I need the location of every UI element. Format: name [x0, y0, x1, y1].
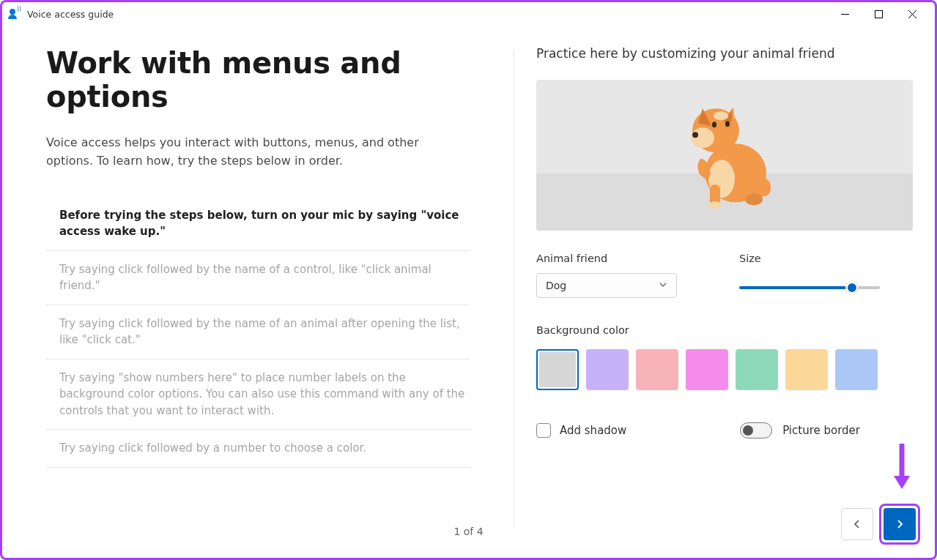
annotation-arrow-icon [891, 444, 913, 495]
svg-point-8 [745, 193, 763, 205]
svg-point-12 [712, 122, 716, 127]
animal-friend-label: Animal friend [536, 253, 710, 264]
step-item: Before trying the steps below, turn on y… [46, 197, 470, 251]
picture-border-toggle[interactable] [740, 422, 772, 438]
svg-rect-1 [875, 10, 882, 18]
step-item: Try saying "show numbers here" to place … [46, 359, 470, 430]
svg-point-10 [691, 127, 714, 148]
step-item: Try saying click followed by a number to… [46, 430, 470, 468]
color-swatch[interactable] [785, 349, 828, 390]
color-swatch[interactable] [736, 349, 778, 390]
previous-page-button[interactable] [841, 508, 873, 540]
dropdown-value: Dog [546, 280, 566, 291]
color-swatch[interactable] [835, 349, 878, 390]
color-swatch[interactable] [586, 349, 629, 390]
animal-preview-canvas [536, 80, 913, 231]
size-slider[interactable] [739, 279, 880, 296]
color-swatch[interactable] [536, 349, 579, 390]
svg-point-11 [692, 132, 698, 138]
steps-list: Before trying the steps below, turn on y… [46, 197, 470, 468]
window-title: Voice access guide [27, 9, 114, 20]
step-item: Try saying click followed by the name of… [46, 251, 470, 305]
window-controls [828, 2, 929, 26]
page-subheading: Voice access helps you interact with but… [46, 134, 442, 171]
picture-border-label: Picture border [782, 424, 860, 437]
add-shadow-checkbox[interactable] [536, 423, 551, 438]
instructions-panel: Work with menus and options Voice access… [2, 26, 514, 558]
dog-illustration [666, 85, 783, 212]
background-color-label: Background color [536, 324, 913, 336]
add-shadow-label: Add shadow [560, 424, 626, 437]
page-indicator: 1 of 4 [453, 526, 483, 537]
navigation-buttons [841, 504, 920, 545]
color-swatch[interactable] [636, 349, 678, 390]
color-swatches [536, 349, 913, 390]
titlebar: )) Voice access guide [2, 2, 935, 26]
app-window: )) Voice access guide Work with menus an… [0, 0, 937, 560]
annotation-highlight [879, 504, 920, 545]
page-heading: Work with menus and options [46, 46, 470, 113]
animal-friend-dropdown[interactable]: Dog [536, 273, 677, 298]
chevron-down-icon [659, 280, 667, 291]
slider-thumb[interactable] [845, 281, 859, 294]
maximize-button[interactable] [862, 2, 895, 26]
step-item: Try saying click followed by the name of… [46, 305, 470, 359]
svg-point-7 [708, 201, 722, 209]
close-button[interactable] [895, 2, 929, 26]
color-swatch[interactable] [686, 349, 728, 390]
practice-panel: Practice here by customizing your animal… [514, 26, 935, 558]
svg-point-13 [725, 121, 730, 127]
size-label: Size [739, 253, 913, 264]
next-page-button[interactable] [884, 508, 916, 540]
practice-title: Practice here by customizing your animal… [536, 46, 913, 61]
voice-access-app-icon: )) [8, 7, 21, 20]
svg-point-14 [714, 111, 728, 120]
minimize-button[interactable] [828, 2, 862, 26]
